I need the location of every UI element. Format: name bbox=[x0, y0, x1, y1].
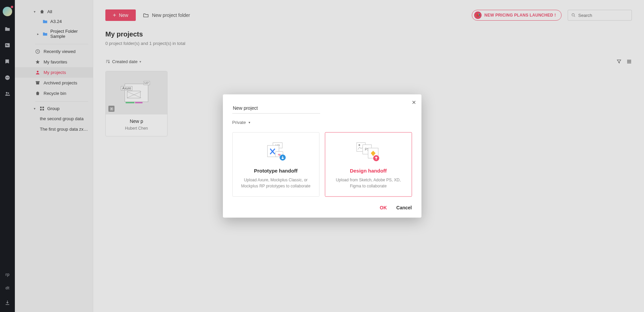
chevron-down-icon: ▾ bbox=[249, 121, 250, 124]
close-icon[interactable]: ✕ bbox=[412, 99, 416, 106]
project-name-input[interactable] bbox=[232, 103, 320, 114]
option-prototype-handoff[interactable]: MP rp Prototype handoff Upload Axure, Mo… bbox=[232, 132, 319, 197]
option-design-handoff[interactable]: PS Design handoff Upload from Sketch, Ad… bbox=[325, 132, 412, 197]
option-prototype-title: Prototype handoff bbox=[239, 168, 313, 174]
option-prototype-desc: Upload Axure, Mockplus Classic, or Mockp… bbox=[239, 177, 313, 189]
ok-button[interactable]: OK bbox=[380, 205, 387, 210]
svg-point-29 bbox=[358, 144, 360, 146]
privacy-dropdown[interactable]: Private ▾ bbox=[232, 120, 412, 125]
prototype-illustration: MP rp bbox=[239, 141, 313, 163]
svg-text:rp: rp bbox=[278, 153, 281, 156]
privacy-label: Private bbox=[232, 120, 246, 125]
option-design-title: Design handoff bbox=[331, 168, 406, 174]
design-illustration: PS bbox=[331, 141, 406, 163]
cancel-button[interactable]: Cancel bbox=[396, 205, 412, 210]
new-project-modal: ✕ Private ▾ MP rp Prototype handoff Uplo… bbox=[223, 95, 421, 218]
option-design-desc: Upload from Sketch, Adobe PS, XD, Figma … bbox=[331, 177, 406, 189]
